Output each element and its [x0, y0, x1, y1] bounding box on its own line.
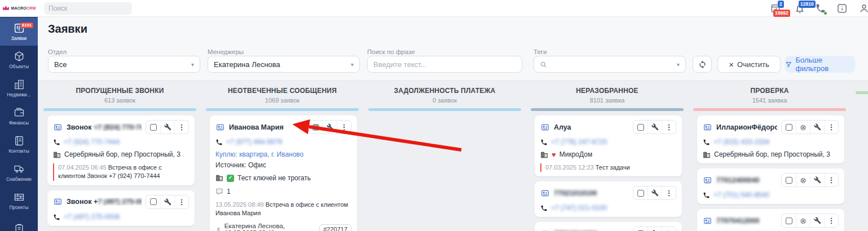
building-icon — [53, 151, 61, 159]
wrench-icon[interactable] — [647, 186, 662, 199]
building-icon — [215, 174, 223, 182]
lead-card[interactable]: 77012400040 ⊗ ⋮ +7 (701) 540-8540 — [697, 168, 844, 204]
funnel-icon — [785, 61, 792, 68]
profile-button[interactable] — [858, 3, 868, 14]
card-checkbox[interactable] — [633, 121, 647, 134]
refresh-button[interactable] — [693, 56, 712, 73]
column-accent-bar — [368, 108, 521, 111]
department-select[interactable]: Все ▾ — [48, 56, 200, 73]
card-controls: ⊗ ⋮ — [781, 120, 839, 134]
reject-icon[interactable]: ⊗ — [796, 174, 810, 186]
zayavki-count-badge: 8101 — [20, 23, 34, 28]
app-logo[interactable]: MACROCRM — [0, 0, 38, 17]
card-checkbox[interactable] — [782, 174, 796, 186]
lead-id-chip[interactable]: #220717 — [319, 224, 351, 231]
phone-link[interactable]: +7 (497) 275-0006 — [64, 213, 120, 221]
kebab-menu-icon[interactable]: ⋮ — [662, 186, 676, 199]
lead-card[interactable]: 77070412000 ⊗ ⋮ +7 (707) 041-2000 — [697, 209, 844, 231]
online-status-dot — [823, 11, 827, 15]
reject-icon[interactable]: ⊗ — [796, 214, 810, 227]
lead-card[interactable]: ИлларионФёдоров58 ⊗ ⋮ +7 (915) 433-2334 — [697, 115, 844, 163]
card-title: Иванова Мария — [229, 123, 304, 131]
card-checkbox[interactable] — [309, 121, 323, 134]
wrench-icon[interactable] — [160, 196, 174, 208]
sidebar-item-finansy[interactable]: Финансы — [0, 102, 38, 130]
lead-card[interactable]: Звонок +7 (924) 770-7444 ⋮ +7 (924) 770-… — [47, 115, 195, 185]
lead-card[interactable]: Звонок +7 (497) 275-0006 ⋮ +7 (497) 275-… — [47, 190, 195, 226]
managers-select[interactable]: Екатерина Леснова ▾ — [208, 56, 360, 73]
card-source: Источник: Офис — [215, 161, 351, 169]
lead-card[interactable]: Алуа ⋮ +7 (778) 247-6720 ♥ — [535, 115, 682, 176]
tags-select[interactable]: ▾ — [534, 56, 686, 73]
card-task-note: 07.04.2025 06:45 Встреча в офисе с клиен… — [53, 163, 189, 181]
phone-link[interactable]: +7 (977) 494-5979 — [226, 138, 282, 146]
column-count: 0 заявок — [365, 97, 524, 104]
phone-link[interactable]: +7 (701) 540-8540 — [713, 191, 769, 199]
clear-filters-button[interactable]: × Очистить — [717, 56, 781, 73]
column-count: 613 заявок — [41, 97, 199, 104]
wrench-icon[interactable] — [323, 121, 337, 134]
card-interest-link[interactable]: Куплю: квартира, г. Иваново — [215, 150, 351, 159]
kebab-menu-icon[interactable]: ⋮ — [824, 214, 838, 227]
wrench-icon[interactable] — [647, 227, 662, 231]
kebab-menu-icon[interactable]: ⋮ — [824, 121, 838, 134]
column-count: 1069 заявок — [203, 97, 362, 104]
notifications-button[interactable]: 12810 — [794, 3, 805, 14]
wrench-icon[interactable] — [810, 214, 824, 227]
kebab-menu-icon[interactable]: ⋮ — [174, 196, 188, 208]
card-checkbox[interactable] — [782, 214, 796, 227]
kebab-menu-icon[interactable]: ⋮ — [174, 121, 188, 134]
sidebar-item-zayavki[interactable]: 8101 Заявки — [0, 17, 38, 46]
card-checkbox[interactable] — [633, 186, 647, 199]
sidebar-item-obyekty[interactable]: Объекты — [0, 46, 38, 74]
phone-link[interactable]: +7 (778) 247-6720 — [551, 138, 607, 146]
sidebar-item-tasks[interactable] — [0, 215, 38, 231]
phone-link[interactable]: +7 (747) 021-0100 — [551, 204, 607, 212]
sidebar-item-kontakty[interactable]: Контакты — [0, 130, 38, 158]
phone-link[interactable]: +7 (915) 433-2334 — [713, 138, 769, 146]
wallet-icon — [14, 107, 25, 118]
bricks-icon — [14, 192, 25, 203]
sidebar-item-proekty[interactable]: Проекты — [0, 186, 38, 215]
chevron-down-icon: ▾ — [191, 61, 194, 68]
kebab-menu-icon[interactable]: ⋮ — [662, 121, 676, 134]
kebab-menu-icon[interactable]: ⋮ — [337, 121, 351, 134]
info-button[interactable] — [836, 3, 848, 14]
page-title: Заявки — [48, 23, 87, 35]
reject-icon[interactable]: ⊗ — [796, 121, 810, 134]
card-title: Звонок +7 (924) 770-7444 — [67, 123, 142, 131]
column-missed-calls: ПРОПУЩЕННЫЕ ЗВОНКИ 613 заявок Звонок +7 … — [41, 81, 199, 231]
wrench-icon[interactable] — [810, 174, 824, 186]
lead-card[interactable]: 77716744250 ⋮ — [535, 222, 682, 231]
filters-band: Заявки Отдел Все ▾ Менеджеры Екатерина Л… — [38, 17, 868, 81]
card-checkbox[interactable] — [146, 121, 160, 134]
more-filters-button[interactable]: Больше фильтров — [785, 56, 855, 73]
sidebar-item-nedvizhimost[interactable]: Недвижи... — [0, 74, 38, 102]
wrench-icon[interactable] — [160, 121, 174, 134]
search-icon — [540, 61, 547, 68]
wrench-icon[interactable] — [810, 121, 824, 134]
card-address: Серебряный бор, пер Просторный, 3 — [714, 150, 830, 159]
global-search[interactable] — [44, 2, 132, 15]
kebab-menu-icon[interactable]: ⋮ — [662, 227, 676, 231]
card-checkbox[interactable] — [633, 227, 647, 231]
kebab-menu-icon[interactable]: ⋮ — [824, 174, 838, 186]
wrench-icon[interactable] — [647, 121, 662, 134]
check-icon: ✓ — [227, 175, 234, 182]
card-object-tag: Тест ключей не трогать — [237, 174, 311, 183]
heart-icon: ♥ — [552, 151, 556, 158]
card-checkbox[interactable] — [782, 121, 796, 134]
contact-card-icon — [703, 123, 712, 131]
managers-label: Менеджеры — [208, 48, 244, 55]
sidebar-item-snabzhenie[interactable]: Снабжение — [0, 158, 38, 186]
tasks-button[interactable]: 2 10692 — [770, 3, 781, 14]
phone-link[interactable]: +7 (924) 770-7444 — [64, 138, 120, 146]
lead-card[interactable]: Иванова Мария ⋮ +7 (977) 494-5979 Куплю:… — [210, 115, 357, 231]
close-icon: × — [729, 60, 734, 69]
telephony-button[interactable] — [815, 3, 826, 14]
phrase-search-input[interactable] — [373, 60, 516, 69]
global-search-input[interactable] — [49, 5, 136, 12]
phrase-search-field[interactable] — [367, 56, 522, 73]
card-checkbox[interactable] — [146, 196, 160, 208]
lead-card[interactable]: 77021010100 ⋮ +7 (747) 021-0100 — [535, 181, 682, 217]
